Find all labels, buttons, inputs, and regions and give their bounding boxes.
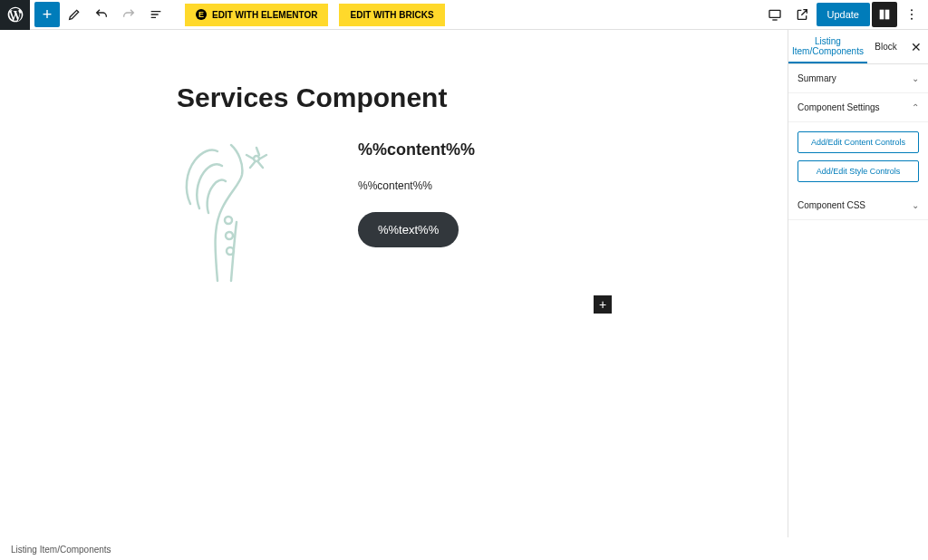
view-desktop-icon[interactable] [762, 2, 788, 27]
summary-label: Summary [798, 73, 836, 83]
content-text[interactable]: %%content%% [358, 179, 475, 192]
chevron-down-icon: ⌄ [912, 73, 919, 83]
settings-panel-toggle[interactable] [872, 2, 897, 27]
close-sidebar-icon[interactable]: ✕ [904, 30, 928, 63]
breadcrumb[interactable]: Listing Item/Components [0, 539, 122, 560]
list-view-icon[interactable] [143, 2, 169, 27]
content-heading[interactable]: %%content%% [358, 140, 475, 159]
edit-with-elementor-button[interactable]: E EDIT WITH ELEMENTOR [185, 4, 328, 26]
services-component-block[interactable]: %%content%% %%content%% %%text%% [177, 140, 733, 285]
component-css-header[interactable]: Component CSS ⌄ [788, 191, 928, 220]
tab-block[interactable]: Block [867, 30, 904, 63]
svg-point-6 [225, 217, 232, 224]
svg-rect-1 [880, 10, 884, 20]
page-title[interactable]: Services Component [177, 82, 733, 113]
top-toolbar: + E EDIT WITH ELEMENTOR EDIT WITH BRICKS… [0, 0, 928, 30]
svg-rect-0 [769, 10, 780, 17]
undo-icon[interactable] [89, 2, 114, 27]
redo-icon[interactable] [116, 2, 141, 27]
component-settings-header[interactable]: Component Settings ⌃ [788, 93, 928, 122]
edit-with-bricks-button[interactable]: EDIT WITH BRICKS [339, 4, 444, 26]
component-settings-label: Component Settings [798, 102, 880, 112]
settings-sidebar: Listing Item/Components Block ✕ Summary … [788, 30, 928, 537]
chevron-up-icon: ⌃ [912, 102, 919, 112]
svg-point-3 [911, 9, 913, 11]
svg-point-7 [226, 232, 233, 239]
svg-point-5 [911, 18, 913, 20]
open-external-icon[interactable] [789, 2, 815, 27]
update-button[interactable]: Update [817, 3, 870, 26]
edit-tool-icon[interactable] [62, 2, 87, 27]
add-edit-style-controls-button[interactable]: Add/Edit Style Controls [798, 160, 919, 182]
component-illustration [177, 140, 304, 285]
svg-point-9 [254, 156, 259, 161]
wordpress-logo[interactable] [0, 0, 30, 30]
add-block-below-button[interactable]: + [594, 295, 612, 314]
svg-rect-2 [885, 10, 890, 20]
editor-canvas[interactable]: Services Component [0, 30, 788, 560]
content-button[interactable]: %%text%% [358, 212, 459, 247]
component-css-label: Component CSS [798, 200, 865, 210]
chevron-down-icon: ⌄ [912, 200, 919, 210]
add-edit-content-controls-button[interactable]: Add/Edit Content Controls [798, 131, 919, 153]
svg-point-4 [911, 14, 913, 15]
svg-point-8 [227, 247, 234, 255]
elementor-label: EDIT WITH ELEMENTOR [212, 10, 317, 20]
add-block-button[interactable]: + [34, 2, 60, 27]
elementor-icon: E [196, 9, 207, 20]
summary-section-header[interactable]: Summary ⌄ [788, 64, 928, 93]
tab-listing-item[interactable]: Listing Item/Components [788, 30, 867, 63]
more-options-icon[interactable] [899, 2, 924, 27]
